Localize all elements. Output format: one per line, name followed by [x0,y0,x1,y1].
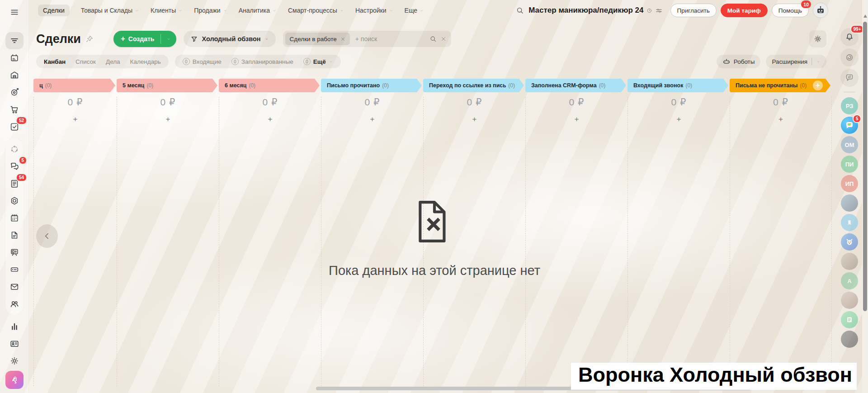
stage-header[interactable]: Заполнена CRM-форма (0) [525,79,626,92]
chat-avatar[interactable]: А [841,272,858,289]
add-deal-button[interactable]: + [526,115,627,124]
hamburger-menu-button[interactable] [5,4,24,21]
menu-item-products[interactable]: Товары и Склады [81,7,139,14]
stage-header[interactable]: Переход по ссылке из письма (0) [423,79,524,92]
sidebar-item-drive[interactable] [5,261,24,278]
sidebar-item-warehouse[interactable] [5,66,24,84]
portal-name[interactable]: Мастер маникюра/педикюр 24 [528,6,662,15]
search-icon[interactable] [515,6,524,15]
create-dropdown-button[interactable] [161,31,176,47]
close-icon[interactable] [340,37,345,42]
pin-icon[interactable] [85,35,94,43]
feed-badge: 54 [16,173,27,182]
tab-planned[interactable]: 0 Запланированные [231,58,293,65]
sidebar-item-documents[interactable] [5,227,24,244]
notifications-button[interactable]: 99+ [840,28,859,46]
sidebar-item-marketing[interactable] [5,84,24,101]
stage-header[interactable]: Входящий звонок (0) [627,79,728,92]
chat-avatar-photo[interactable] [841,292,858,309]
stage-header[interactable]: 6 месяц (0) [219,79,320,92]
add-deal-button[interactable]: + [117,115,219,124]
chat-avatar[interactable]: РЗ [841,97,858,114]
tab-list[interactable]: Список [75,58,96,65]
funnel-selector[interactable]: Холодный обзвон [184,31,275,47]
right-sidebar: 99+ РЗ 5 ОМ ПИ ИП А [838,28,861,348]
sidebar-item-messenger[interactable]: 5 [5,158,24,175]
filter-search-bar[interactable]: Сделки в работе + поиск [283,31,451,47]
menu-item-more[interactable]: Еще [405,7,425,14]
chat-avatar-photo[interactable] [841,331,858,348]
sidebar-item-automation[interactable] [5,141,24,158]
add-deal-button[interactable]: + [628,115,730,124]
menu-item-clients[interactable]: Клиенты [151,7,183,14]
sidebar-item-contacts[interactable] [5,336,24,352]
scroll-up-arrow[interactable] [863,14,867,18]
add-deal-button[interactable]: + [34,115,117,124]
sidebar-item-mail[interactable] [5,278,24,295]
clear-search-icon[interactable] [440,36,447,42]
add-deal-button[interactable]: + [730,115,831,124]
tab-more[interactable]: 0 Ещё [303,58,333,65]
open-lines-button[interactable] [840,69,859,87]
add-deal-button[interactable]: + [321,115,423,124]
tab-activities[interactable]: Дела [106,58,120,65]
extensions-button[interactable]: Расширения [766,55,826,68]
search-icon[interactable] [429,35,437,43]
sidebar-item-company[interactable] [5,192,24,209]
sidebar-item-shop[interactable] [5,101,24,118]
stage-header[interactable]: ц (0) [33,79,115,92]
help-button[interactable]: Помощь 10 [772,4,809,17]
add-deal-button[interactable]: + [424,115,525,124]
menu-item-settings[interactable]: Настройки [355,7,393,14]
filter-chip[interactable]: Сделки в работе [285,33,350,45]
copilot-button[interactable] [840,48,859,66]
stage-amount: 0 ₽ [730,97,831,108]
help-badge: 10 [801,0,811,8]
board-settings-button[interactable] [809,30,826,47]
stage-header[interactable]: Письмо прочитано (0) [321,79,422,92]
sidebar-item-calendar[interactable] [5,49,24,66]
add-deal-button[interactable]: + [219,115,321,124]
sidebar-item-employees[interactable] [5,295,24,313]
chat-avatar[interactable]: ОМ [841,136,858,153]
sidebar-item-settings[interactable] [5,353,24,369]
tab-calendar[interactable]: Календарь [130,58,161,65]
stage-header[interactable]: Письма не прочитаны (0) + [730,79,830,92]
robots-button[interactable]: Роботы [717,55,761,68]
stage-amount: 0 ₽ [117,97,219,108]
saved-messages-button[interactable] [841,214,858,231]
menu-item-analytics[interactable]: Аналитика [239,7,277,14]
chat-avatar[interactable]: ПИ [841,156,858,173]
sidebar-item-schedule[interactable] [5,209,24,227]
sidebar-item-feed[interactable]: 54 [5,175,24,192]
create-button[interactable]: + Создать [113,31,177,47]
tab-incoming[interactable]: 0 Входящие [183,58,222,65]
sidebar-item-boost[interactable] [5,370,24,390]
stage-amount: 0 ₽ [526,97,627,108]
sidebar-item-crm[interactable] [5,32,24,49]
menu-item-smart-processes[interactable]: Смарт-процессы [288,7,344,14]
messenger-app-button[interactable]: 5 [841,117,858,134]
invite-button[interactable]: Пригласить [670,4,717,17]
add-stage-button[interactable]: + [813,80,823,90]
search-input[interactable]: + поиск [355,35,429,43]
tariff-button[interactable]: Мой тариф [721,4,768,17]
sidebar-item-tasks[interactable]: 52 [5,118,24,135]
chevron-down-icon [264,38,269,41]
chat-avatar-photo[interactable] [841,194,858,212]
collapse-sidebar-button[interactable] [36,224,58,248]
user-avatar[interactable] [813,3,828,18]
sidebar-item-stats[interactable] [5,318,24,335]
chat-avatar-photo[interactable] [841,253,858,270]
notes-bot-avatar[interactable] [841,311,858,328]
scrollbar-thumb[interactable] [863,22,867,311]
menu-item-sales[interactable]: Продажи [194,7,227,14]
menu-item-deals[interactable]: Сделки [38,5,70,16]
sliders-icon[interactable] [655,7,663,14]
stage-header[interactable]: 5 месяц (0) [117,79,217,92]
tab-kanban[interactable]: Канбан [44,58,66,65]
vertical-scrollbar[interactable] [862,0,868,393]
bot-avatar[interactable] [841,233,858,251]
chat-avatar[interactable]: ИП [841,175,858,192]
sidebar-item-whiteboard[interactable] [5,244,24,261]
